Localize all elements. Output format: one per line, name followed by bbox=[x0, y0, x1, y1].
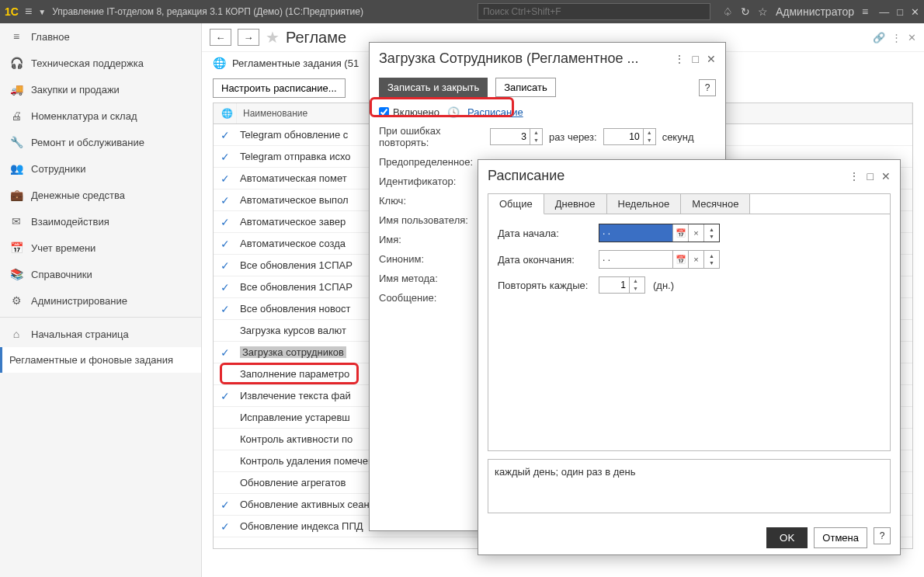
predef-label: Предопределенное: bbox=[379, 156, 484, 168]
repeat-field[interactable] bbox=[599, 277, 629, 293]
row-check-icon: ✓ bbox=[214, 129, 237, 141]
schedule-summary: каждый день; один раз в день bbox=[488, 459, 891, 513]
sidebar-item-label: Взаимодействия bbox=[31, 216, 109, 228]
tab-general[interactable]: Общие bbox=[488, 194, 544, 214]
retry-interval-field[interactable] bbox=[604, 129, 643, 144]
repeat-input[interactable]: ▲▼ bbox=[599, 276, 645, 294]
date-end-input[interactable]: . . 📅 × ▲▼ bbox=[599, 250, 720, 269]
spin-up-icon[interactable]: ▲ bbox=[630, 277, 641, 285]
spin-icon[interactable]: ▲▼ bbox=[703, 251, 719, 268]
briefcase-icon: 💼 bbox=[9, 189, 23, 201]
row-check-icon: ✓ bbox=[214, 499, 237, 511]
spin-down-icon[interactable]: ▼ bbox=[530, 137, 542, 144]
row-check-icon: ✓ bbox=[214, 238, 237, 250]
spin-icon[interactable]: ▲▼ bbox=[703, 224, 719, 242]
topbar-icons: ♤ ↻ ☆ Администратор ≡ bbox=[723, 5, 868, 18]
date-start-input[interactable]: . . 📅 × ▲▼ bbox=[599, 224, 720, 242]
date-end-field[interactable]: . . bbox=[599, 251, 672, 268]
close-tab-icon[interactable]: ✕ bbox=[908, 32, 916, 43]
sidebar-item-money[interactable]: 💼Денежные средства bbox=[0, 182, 201, 208]
repeat-label: Повторять каждые: bbox=[498, 280, 591, 291]
tab-monthly[interactable]: Месячное bbox=[681, 194, 750, 214]
nav-fwd-button[interactable]: → bbox=[238, 29, 259, 46]
clear-icon[interactable]: × bbox=[688, 224, 703, 242]
method-label: Имя метода: bbox=[379, 273, 484, 284]
spin-down-icon[interactable]: ▼ bbox=[630, 285, 641, 293]
ok-button[interactable]: OK bbox=[766, 527, 808, 548]
sidebar-item-purchase[interactable]: 🚚Закупки и продажи bbox=[0, 76, 201, 103]
sidebar-item-time[interactable]: 📅Учет времени bbox=[0, 235, 201, 261]
dialog-title: Загрузка Сотрудников (Регламентное ... bbox=[379, 50, 668, 67]
sidebar-item-label: Техническая поддержка bbox=[31, 57, 144, 69]
date-start-label: Дата начала: bbox=[498, 228, 591, 239]
help-button[interactable]: ? bbox=[699, 79, 716, 96]
spin-up-icon[interactable]: ▲ bbox=[644, 129, 655, 137]
star-icon[interactable]: ☆ bbox=[758, 5, 768, 18]
maximize-icon[interactable]: □ bbox=[897, 6, 903, 18]
sidebar-item-label: Начальная страница bbox=[31, 328, 129, 340]
page-title: Регламе bbox=[286, 29, 346, 47]
enabled-checkbox[interactable]: Включено bbox=[379, 106, 439, 118]
save-close-button[interactable]: Записать и закрыть bbox=[379, 78, 488, 97]
search-input[interactable] bbox=[478, 3, 710, 20]
save-button[interactable]: Записать bbox=[495, 78, 556, 97]
close-icon[interactable]: ✕ bbox=[911, 6, 919, 18]
key-label: Ключ: bbox=[379, 195, 484, 207]
house-icon: ⌂ bbox=[9, 328, 23, 340]
sidebar-divider bbox=[0, 317, 201, 318]
hamburger-icon[interactable]: ≡ bbox=[25, 5, 32, 19]
dialog-more-icon[interactable]: ⋮ bbox=[674, 53, 685, 65]
arrow-down-icon[interactable]: ▼ bbox=[38, 8, 46, 16]
tab-daily[interactable]: Дневное bbox=[544, 194, 607, 214]
row-check-icon: ✓ bbox=[214, 303, 237, 315]
sidebar-item-label: Денежные средства bbox=[31, 189, 125, 201]
retry-count-input[interactable]: ▲▼ bbox=[490, 128, 543, 145]
help-button[interactable]: ? bbox=[874, 527, 891, 544]
enabled-input[interactable] bbox=[379, 107, 389, 117]
sidebar-item-refs[interactable]: 📚Справочники bbox=[0, 261, 201, 287]
user-menu-icon[interactable]: ≡ bbox=[862, 5, 868, 18]
sidebar-item-employees[interactable]: 👥Сотрудники bbox=[0, 155, 201, 182]
dialog-max-icon[interactable]: □ bbox=[693, 53, 699, 65]
clear-icon[interactable]: × bbox=[688, 251, 703, 268]
retry-count-field[interactable] bbox=[491, 129, 530, 144]
sidebar-item-admin[interactable]: ⚙Администрирование bbox=[0, 287, 201, 314]
sidebar-item-scheduled-jobs[interactable]: Регламентные и фоновые задания bbox=[0, 347, 201, 373]
user-label[interactable]: Администратор bbox=[776, 5, 854, 18]
global-search[interactable] bbox=[478, 3, 710, 20]
sidebar-item-home[interactable]: ⌂Начальная страница bbox=[0, 321, 201, 347]
dialog-close-icon[interactable]: ✕ bbox=[707, 53, 716, 65]
enabled-label: Включено bbox=[393, 106, 439, 118]
sidebar-item-repair[interactable]: 🔧Ремонт и обслуживание bbox=[0, 129, 201, 155]
calendar-icon[interactable]: 📅 bbox=[672, 251, 688, 268]
sidebar-item-stock[interactable]: 🖨Номенклатура и склад bbox=[0, 103, 201, 129]
retry-interval-input[interactable]: ▲▼ bbox=[603, 128, 656, 145]
seconds-label: секунд bbox=[662, 131, 694, 143]
more-icon[interactable]: ⋮ bbox=[891, 32, 901, 43]
sidebar-item-interactions[interactable]: ✉Взаимодействия bbox=[0, 208, 201, 235]
favorite-icon[interactable]: ★ bbox=[266, 28, 280, 47]
cancel-button[interactable]: Отмена bbox=[814, 527, 867, 548]
dialog-more-icon[interactable]: ⋮ bbox=[849, 170, 860, 182]
schedule-dialog: Расписание ⋮ □ ✕ Общие Дневное Недельное… bbox=[478, 159, 901, 555]
bell-icon[interactable]: ♤ bbox=[723, 5, 733, 18]
nav-back-button[interactable]: ← bbox=[210, 29, 231, 46]
link-icon[interactable]: 🔗 bbox=[873, 32, 885, 43]
sidebar-item-support[interactable]: 🎧Техническая поддержка bbox=[0, 50, 201, 76]
calendar-icon[interactable]: 📅 bbox=[672, 224, 688, 242]
dialog-max-icon[interactable]: □ bbox=[867, 170, 874, 182]
users-icon: 👥 bbox=[9, 162, 23, 175]
minimize-icon[interactable]: — bbox=[879, 6, 889, 18]
schedule-link[interactable]: Расписание bbox=[467, 106, 523, 118]
spin-up-icon[interactable]: ▲ bbox=[530, 129, 542, 137]
history-icon[interactable]: ↻ bbox=[741, 5, 750, 18]
headset-icon: 🎧 bbox=[9, 57, 23, 69]
row-check-icon: ✓ bbox=[214, 520, 237, 533]
tab-weekly[interactable]: Недельное bbox=[607, 194, 682, 214]
spin-down-icon[interactable]: ▼ bbox=[644, 137, 655, 144]
globe-icon: 🌐 bbox=[213, 57, 226, 69]
sidebar-item-main[interactable]: ≡Главное bbox=[0, 23, 201, 50]
dialog-close-icon[interactable]: ✕ bbox=[881, 170, 891, 182]
configure-schedule-button[interactable]: Настроить расписание... bbox=[213, 78, 346, 98]
date-start-field[interactable]: . . bbox=[599, 224, 672, 242]
